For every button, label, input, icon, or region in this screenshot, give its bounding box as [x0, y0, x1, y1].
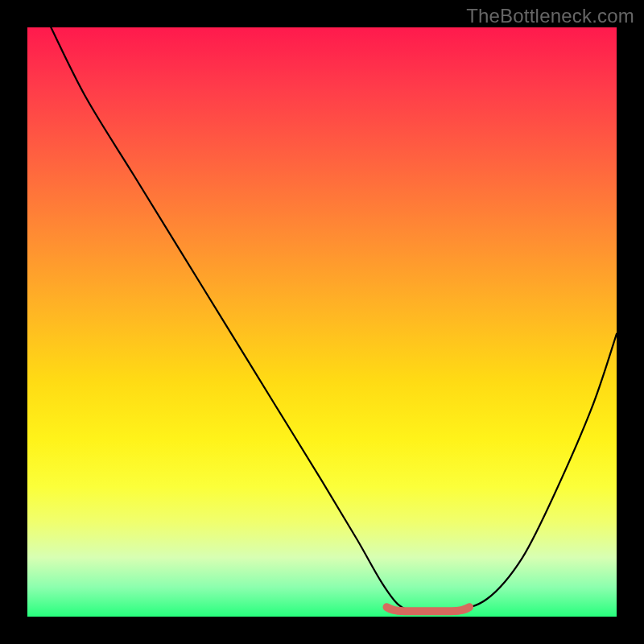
- chart-svg: [27, 27, 617, 617]
- plot-area: [27, 27, 617, 617]
- optimal-range-marker: [387, 607, 470, 611]
- watermark-text: TheBottleneck.com: [466, 5, 634, 27]
- chart-frame: TheBottleneck.com: [0, 0, 644, 644]
- bottleneck-curve: [51, 27, 617, 612]
